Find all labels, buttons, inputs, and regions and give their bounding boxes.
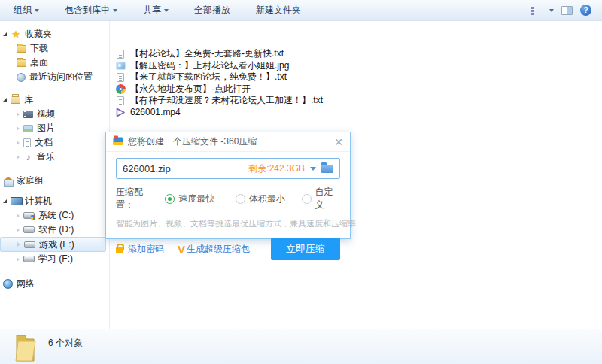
- file-name: 【解压密码：】上村花论坛看小姐姐.jpg: [130, 59, 289, 72]
- computer-icon: [11, 197, 21, 205]
- sidebar-item-drive-e[interactable]: 游戏 (E:): [0, 237, 106, 252]
- sidebar-item-computer[interactable]: 计算机: [0, 194, 109, 208]
- details-pane: 6 个对象: [0, 329, 602, 364]
- radio-label: 自定义: [315, 186, 341, 211]
- homegroup-icon: [3, 177, 13, 185]
- sidebar-label: 收藏夹: [25, 28, 52, 41]
- videos-icon: [23, 111, 33, 118]
- collapsed-triangle-icon[interactable]: [17, 242, 20, 247]
- remaining-space: 剩余:242.3GB: [248, 162, 305, 175]
- config-label: 压缩配置：: [116, 186, 157, 211]
- sidebar-item-libraries[interactable]: 库: [0, 93, 109, 107]
- radio-label: 速度最快: [178, 193, 214, 205]
- sidebar-label: 音乐: [37, 150, 55, 163]
- file-row[interactable]: 【来了就能下载的论坛，纯免费！】.txt: [115, 71, 323, 83]
- sidebar-item-favorites[interactable]: ★ 收藏夹: [0, 27, 109, 41]
- 360zip-dialog: 您将创建一个压缩文件 -360压缩 ✕ 626001.zip 剩余:242.3G…: [105, 132, 351, 239]
- drive-icon: [24, 241, 35, 248]
- archive-name-field[interactable]: 626001.zip 剩余:242.3GB: [116, 158, 340, 179]
- radio-smallest-size[interactable]: 体积最小: [236, 193, 302, 205]
- super-archive-link[interactable]: 生成超级压缩包: [187, 243, 250, 256]
- toolbar-include-in-library[interactable]: 包含到库中: [62, 2, 120, 19]
- toolbar-play-all-label: 全部播放: [194, 4, 230, 17]
- toolbar-share-label: 共享: [143, 4, 161, 17]
- sidebar-label: 最近访问的位置: [29, 71, 93, 83]
- sidebar-item-drive-f[interactable]: 学习 (F:): [0, 252, 109, 266]
- sidebar-label: 图片: [37, 122, 55, 135]
- toolbar-new-folder[interactable]: 新建文件夹: [253, 2, 304, 19]
- collapsed-triangle-icon[interactable]: [17, 112, 20, 117]
- radio-label: 体积最小: [249, 193, 285, 205]
- lock-icon: [116, 247, 123, 253]
- collapsed-triangle-icon[interactable]: [17, 257, 20, 262]
- close-icon[interactable]: ✕: [334, 137, 343, 147]
- file-name: 【有种子却没速度？来村花论坛人工加速！】.txt: [130, 94, 323, 107]
- network-icon: [3, 279, 13, 289]
- toolbar-organize[interactable]: 组织: [11, 2, 42, 19]
- browse-folder-icon[interactable]: [321, 165, 333, 173]
- toolbar-new-folder-label: 新建文件夹: [256, 4, 301, 17]
- desktop-folder-icon: [17, 59, 26, 67]
- chevron-down-icon: [35, 9, 39, 12]
- toolbar-play-all[interactable]: 全部播放: [191, 2, 233, 19]
- image-file-icon: [116, 62, 126, 70]
- system-drive-icon: [23, 212, 35, 219]
- sidebar-label: 软件 (D:): [38, 223, 74, 236]
- radio-fastest-speed[interactable]: 速度最快: [165, 193, 235, 205]
- dialog-title: 您将创建一个压缩文件 -360压缩: [128, 135, 257, 148]
- sidebar-item-network[interactable]: 网络: [0, 277, 109, 291]
- radio-custom[interactable]: 自定义: [302, 186, 341, 211]
- sidebar-item-homegroup[interactable]: 家庭组: [0, 174, 109, 188]
- chevron-down-icon[interactable]: [549, 9, 554, 12]
- sidebar-item-videos[interactable]: 视频: [0, 107, 109, 121]
- preview-pane-icon[interactable]: [561, 6, 573, 15]
- items-count: 6 个对象: [48, 337, 83, 350]
- radio-icon: [236, 194, 245, 204]
- help-icon[interactable]: [580, 5, 591, 16]
- collapsed-triangle-icon[interactable]: [17, 214, 20, 218]
- sidebar-item-music[interactable]: ♪ 音乐: [0, 150, 109, 164]
- collapsed-triangle-icon[interactable]: [17, 126, 20, 131]
- sidebar-item-downloads[interactable]: 下载: [0, 41, 109, 56]
- chevron-down-icon: [164, 9, 169, 12]
- toolbar-organize-label: 组织: [14, 4, 32, 17]
- file-row[interactable]: 【解压密码：】上村花论坛看小姐姐.jpg: [115, 60, 323, 72]
- sidebar-label: 下载: [30, 42, 48, 55]
- file-row[interactable]: 【村花论坛】全免费-无套路-更新快.txt: [115, 48, 323, 60]
- add-password-link[interactable]: 添加密码: [128, 243, 164, 256]
- sidebar-item-desktop[interactable]: 桌面: [0, 56, 109, 70]
- libraries-icon: [11, 96, 20, 104]
- expand-triangle-icon[interactable]: [3, 98, 7, 102]
- text-file-icon: [117, 73, 124, 82]
- file-row[interactable]: 【有种子却没速度？来村花论坛人工加速！】.txt: [115, 95, 323, 107]
- radio-icon: [165, 194, 175, 204]
- collapsed-triangle-icon[interactable]: [17, 155, 20, 159]
- sidebar-label: 桌面: [30, 56, 48, 69]
- sidebar-item-recent-places[interactable]: 最近访问的位置: [0, 70, 109, 84]
- sidebar-label: 网络: [17, 278, 35, 290]
- file-row[interactable]: 626001.mp4: [115, 107, 323, 119]
- toolbar-share[interactable]: 共享: [140, 2, 172, 19]
- collapsed-triangle-icon[interactable]: [17, 228, 20, 232]
- sidebar-item-documents[interactable]: 文档: [0, 135, 109, 150]
- music-icon: ♪: [23, 152, 33, 162]
- sidebar-item-drive-d[interactable]: 软件 (D:): [0, 223, 109, 237]
- browser-shortcut-icon: [116, 84, 126, 94]
- text-file-icon: [117, 96, 124, 105]
- archive-filename[interactable]: 626001.zip: [123, 163, 243, 174]
- drive-icon: [23, 226, 35, 233]
- expand-triangle-icon[interactable]: [3, 199, 7, 203]
- sidebar-label: 学习 (F:): [38, 253, 73, 265]
- collapsed-triangle-icon[interactable]: [17, 141, 20, 145]
- compress-now-button[interactable]: 立即压缩: [271, 238, 340, 260]
- dropdown-caret-icon[interactable]: [310, 167, 316, 171]
- dialog-titlebar[interactable]: 您将创建一个压缩文件 -360压缩 ✕: [106, 132, 350, 152]
- file-row[interactable]: 【永久地址发布页】-点此打开: [115, 83, 323, 96]
- change-view-icon[interactable]: [531, 6, 542, 15]
- v-badge-icon: V: [178, 244, 185, 254]
- sidebar-item-drive-c[interactable]: 系统 (C:): [0, 208, 109, 223]
- expand-triangle-icon[interactable]: [3, 32, 7, 36]
- sidebar-item-pictures[interactable]: 图片: [0, 121, 109, 135]
- sidebar-label: 文档: [35, 136, 53, 149]
- toolbar-include-label: 包含到库中: [65, 4, 110, 17]
